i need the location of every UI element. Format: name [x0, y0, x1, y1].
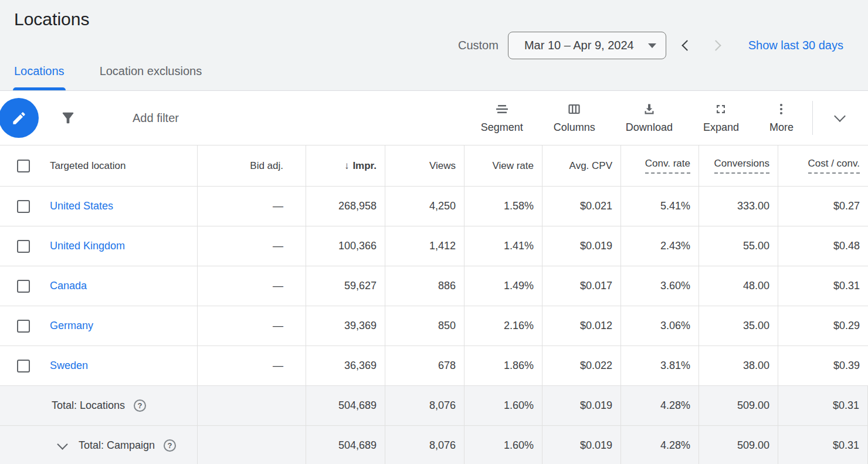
view-rate-cell: 1.60%	[464, 426, 542, 464]
location-link[interactable]: United States	[50, 200, 113, 212]
bid-adj-cell	[198, 426, 306, 464]
view-rate-cell: 1.49%	[464, 266, 542, 306]
row-checkbox[interactable]	[17, 360, 30, 372]
conversions-cell: 509.00	[699, 386, 778, 425]
filter-button[interactable]	[60, 110, 76, 126]
row-checkbox[interactable]	[17, 240, 30, 253]
edit-button[interactable]	[0, 98, 39, 138]
expand-campaign-total-button[interactable]	[55, 438, 70, 453]
tab-locations[interactable]: Locations	[13, 65, 66, 90]
column-header-view-rate[interactable]: View rate	[464, 145, 542, 186]
help-icon[interactable]: ?	[164, 439, 176, 452]
cost-per-conv-cell: $0.27	[778, 187, 868, 226]
column-header-views[interactable]: Views	[385, 145, 464, 186]
dropdown-caret-icon	[648, 43, 656, 48]
impressions-cell: 504,689	[306, 426, 385, 464]
column-header-cost-per-conv[interactable]: Cost / conv.	[778, 145, 868, 186]
chevron-right-icon	[710, 40, 721, 50]
conversions-cell: 48.00	[699, 266, 778, 306]
download-icon	[642, 102, 656, 116]
page-header: Locations Custom Mar 10 – Apr 9, 2024 Sh…	[0, 0, 868, 91]
table-header-row: Targeted location Bid adj. ↓ Impr. Views…	[0, 145, 868, 187]
avg-cpv-cell: $0.022	[542, 346, 621, 385]
location-link[interactable]: Canada	[50, 280, 87, 292]
views-cell: 4,250	[385, 187, 464, 226]
toolbar: Add filter Segment Columns Download Expa…	[0, 91, 868, 145]
cost-per-conv-cell: $0.29	[778, 306, 868, 346]
conv-rate-cell: 5.41%	[621, 187, 699, 226]
column-header-impr[interactable]: ↓ Impr.	[306, 145, 385, 186]
download-button[interactable]: Download	[626, 102, 673, 134]
columns-button[interactable]: Columns	[554, 102, 595, 134]
conv-rate-cell: 3.81%	[621, 346, 699, 385]
conv-rate-cell: 4.28%	[621, 426, 699, 464]
row-checkbox[interactable]	[17, 320, 30, 333]
avg-cpv-cell: $0.019	[542, 426, 621, 464]
expand-button[interactable]: Expand	[703, 102, 739, 134]
locations-table: Targeted location Bid adj. ↓ Impr. Views…	[0, 145, 868, 464]
conv-rate-cell: 3.60%	[621, 266, 699, 306]
impressions-cell: 39,369	[306, 306, 385, 346]
date-bar: Custom Mar 10 – Apr 9, 2024 Show last 30…	[458, 32, 843, 59]
tab-location-exclusions[interactable]: Location exclusions	[99, 65, 204, 90]
conv-rate-cell: 4.28%	[621, 386, 699, 425]
views-cell: 1,412	[385, 226, 464, 266]
date-prev-button[interactable]	[676, 36, 696, 56]
bid-adj-cell: —	[198, 187, 306, 226]
row-checkbox[interactable]	[17, 280, 30, 293]
table-row: Canada — 59,627 886 1.49% $0.017 3.60% 4…	[0, 266, 868, 306]
date-range-selector[interactable]: Mar 10 – Apr 9, 2024	[508, 32, 666, 59]
cost-per-conv-cell: $0.39	[778, 346, 868, 385]
location-link[interactable]: Sweden	[50, 360, 88, 372]
column-header-conversions[interactable]: Conversions	[699, 145, 778, 186]
filter-funnel-icon	[60, 110, 76, 126]
avg-cpv-cell: $0.012	[542, 306, 621, 346]
show-last-30-days-link[interactable]: Show last 30 days	[748, 39, 843, 52]
view-rate-cell: 1.86%	[464, 346, 542, 385]
chevron-down-icon	[834, 110, 846, 122]
date-next-button[interactable]	[707, 36, 727, 56]
conv-rate-cell: 3.06%	[621, 306, 699, 346]
expand-icon	[714, 102, 728, 116]
column-header-avg-cpv[interactable]: Avg. CPV	[542, 145, 621, 186]
impressions-cell: 268,958	[306, 187, 385, 226]
bid-adj-cell	[198, 386, 306, 425]
impressions-cell: 504,689	[306, 386, 385, 425]
cost-per-conv-cell: $0.31	[778, 426, 868, 464]
location-link[interactable]: Germany	[50, 320, 93, 332]
more-vert-icon	[774, 102, 788, 116]
conversions-cell: 38.00	[699, 346, 778, 385]
pencil-icon	[11, 110, 27, 126]
location-link[interactable]: United Kingdom	[50, 240, 125, 252]
view-rate-cell: 1.41%	[464, 226, 542, 266]
collapse-toolbar-button[interactable]	[828, 106, 852, 130]
view-rate-cell: 2.16%	[464, 306, 542, 346]
date-range-value: Mar 10 – Apr 9, 2024	[524, 39, 634, 52]
segment-button[interactable]: Segment	[481, 102, 523, 134]
column-header-bid-adj[interactable]: Bid adj.	[198, 145, 306, 186]
more-button[interactable]: More	[769, 102, 794, 134]
select-all-checkbox[interactable]	[17, 160, 30, 172]
total-locations-row: Total: Locations ? 504,689 8,076 1.60% $…	[0, 386, 868, 426]
total-campaign-row: Total: Campaign ? 504,689 8,076 1.60% $0…	[0, 426, 868, 464]
cost-per-conv-cell: $0.31	[778, 386, 868, 425]
chevron-left-icon	[681, 40, 692, 50]
conversions-cell: 55.00	[699, 226, 778, 266]
bid-adj-cell: —	[198, 266, 306, 306]
avg-cpv-cell: $0.017	[542, 266, 621, 306]
impressions-cell: 36,369	[306, 346, 385, 385]
total-campaign-label: Total: Campaign	[79, 439, 155, 452]
impressions-cell: 59,627	[306, 266, 385, 306]
row-checkbox[interactable]	[17, 200, 30, 213]
add-filter-button[interactable]: Add filter	[133, 111, 179, 125]
column-header-conv-rate[interactable]: Conv. rate	[621, 145, 699, 186]
bid-adj-cell: —	[198, 346, 306, 385]
view-rate-cell: 1.58%	[464, 187, 542, 226]
date-mode-label: Custom	[458, 39, 499, 52]
column-header-targeted-location[interactable]: Targeted location	[47, 145, 198, 186]
cost-per-conv-cell: $0.31	[778, 266, 868, 306]
views-cell: 886	[385, 266, 464, 306]
chevron-down-icon	[57, 439, 67, 449]
help-icon[interactable]: ?	[134, 399, 146, 412]
table-row: Sweden — 36,369 678 1.86% $0.022 3.81% 3…	[0, 346, 868, 386]
